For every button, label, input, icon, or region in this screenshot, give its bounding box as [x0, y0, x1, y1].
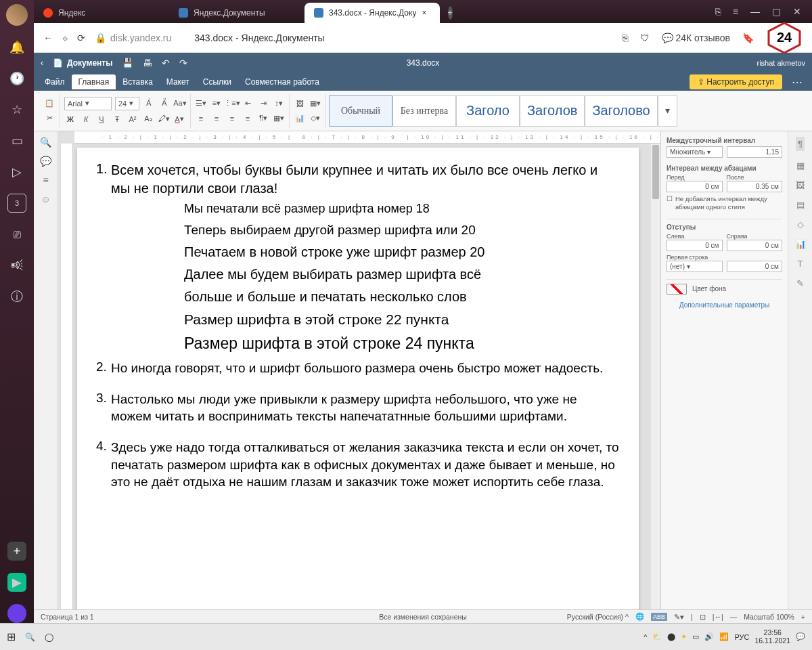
start-icon[interactable]: ⊞ — [7, 630, 16, 643]
clock[interactable]: 23:5616.11.2021 — [754, 629, 790, 645]
menu-links[interactable]: Ссылки — [196, 74, 238, 89]
menu-icon[interactable]: ≡ — [733, 6, 738, 17]
url-box[interactable]: 🔒 disk.yandex.ru — [95, 32, 171, 43]
star-icon[interactable]: ☆ — [7, 100, 26, 119]
outdent-icon[interactable]: ⇤ — [242, 98, 254, 110]
list-item[interactable]: 2.Но иногда говорят, что и шрифт большог… — [96, 360, 620, 377]
insert-img-icon[interactable]: 🖼 — [294, 98, 306, 110]
font-name-combo[interactable]: Arial ▾ — [64, 97, 112, 110]
doc-line[interactable]: Далее мы будем выбирать размер шрифта вс… — [184, 267, 620, 282]
copy-icon[interactable]: ⎘ — [623, 32, 628, 43]
spacing-type-select[interactable]: Множитель ▾ — [667, 146, 723, 158]
spacing-value-input[interactable]: 1.15 — [727, 146, 783, 158]
style-h3[interactable]: Заголово — [585, 95, 657, 127]
menu-insert[interactable]: Вставка — [116, 74, 160, 89]
page-count[interactable]: Страница 1 из 1 — [41, 613, 94, 621]
back-icon[interactable]: ‹ — [41, 58, 43, 68]
align-right-icon[interactable]: ≡ — [226, 112, 238, 125]
zoom-in[interactable]: + — [801, 613, 805, 621]
after-input[interactable]: 0.35 см — [727, 181, 783, 192]
doc-line[interactable]: Размер шрифта в этой строке 22 пункта — [184, 311, 620, 328]
wifi-icon[interactable]: 📶 — [719, 632, 729, 641]
style-normal[interactable]: Обычный — [329, 95, 392, 127]
username[interactable]: rishat akmetov — [757, 59, 805, 67]
advanced-link[interactable]: Дополнительные параметры — [667, 301, 782, 309]
width-icon[interactable]: |↔| — [713, 613, 723, 621]
pilcrow-icon[interactable]: ¶▾ — [257, 112, 269, 125]
track-icon[interactable]: ABB — [651, 613, 667, 621]
firstline-select[interactable]: (нет) ▾ — [667, 261, 723, 272]
share-button[interactable]: ⇪ Настроить доступ — [690, 74, 782, 89]
shrink-font-icon[interactable]: A̎ — [158, 98, 171, 110]
left-indent[interactable]: 0 см — [667, 240, 723, 251]
reviews-badge[interactable]: 💬 24К отзывов — [662, 32, 730, 43]
sub-icon[interactable]: A₂ — [142, 113, 154, 125]
italic-icon[interactable]: К — [80, 113, 92, 125]
play-icon[interactable]: ▷ — [7, 162, 26, 181]
reload-icon[interactable]: ⟳ — [77, 32, 85, 43]
style-h1[interactable]: Заголо — [456, 95, 520, 127]
lang-status[interactable]: Русский (Россия) ^ — [567, 613, 629, 621]
menu-layout[interactable]: Макет — [160, 74, 196, 89]
redo-icon[interactable]: ↷ — [179, 58, 187, 68]
horizontal-ruler[interactable]: · 1 · 2 · | · 1 · | · 2 · | · 3 · | · 4 … — [74, 131, 660, 144]
list-item[interactable]: 4.Здесь уже надо тогда отталкиваться от … — [96, 439, 620, 491]
app-brand[interactable]: 📄 Документы — [53, 58, 112, 68]
maximize-icon[interactable]: ▢ — [772, 6, 781, 17]
align-center-icon[interactable]: ≡ — [210, 112, 223, 125]
doc-line[interactable]: Печатаем в новой строке уже шрифт размер… — [184, 244, 620, 260]
shape-icon[interactable]: ◇▾ — [309, 112, 321, 125]
right-indent[interactable]: 0 см — [727, 240, 783, 251]
font-size-combo[interactable]: 24 ▾ — [115, 97, 139, 110]
bookmark-icon[interactable]: 🔖 — [742, 32, 754, 43]
undo-icon[interactable]: ↶ — [162, 58, 170, 68]
speaker-icon[interactable]: 🕬 — [7, 256, 26, 275]
table-icon[interactable]: ▦▾ — [309, 98, 321, 110]
linespace-icon[interactable]: ↕▾ — [273, 98, 285, 110]
zoom-label[interactable]: Масштаб 100% — [744, 613, 794, 621]
minimize-icon[interactable]: — — [750, 6, 760, 17]
list-item[interactable]: 3.Настолько мы люди уже привыкли к разме… — [96, 391, 620, 425]
style-nospace[interactable]: Без интерва — [392, 95, 456, 127]
shade-icon[interactable]: ▦▾ — [273, 112, 285, 125]
headings-icon[interactable]: ≡ — [43, 175, 48, 186]
search-icon[interactable]: 🔍 — [40, 137, 51, 148]
before-input[interactable]: 0 см — [667, 181, 723, 192]
shape-tool-icon[interactable]: ◇ — [797, 219, 804, 230]
clock-icon[interactable]: 🕐 — [7, 69, 26, 88]
numbers-icon[interactable]: ≡▾ — [210, 98, 223, 110]
bell-icon[interactable]: 🔔 — [7, 38, 26, 57]
multilevel-icon[interactable]: ⋮≡▾ — [226, 98, 238, 110]
strike-icon[interactable]: Ŧ — [111, 113, 123, 125]
hex-badge[interactable]: 24 — [766, 22, 803, 54]
doc-line[interactable]: Мы печатали всё размер шрифта номер 18 — [184, 202, 620, 216]
doc-line[interactable]: больше и больше и печатать несколько сло… — [184, 289, 620, 305]
panel-icon[interactable]: ⎘ — [715, 6, 721, 17]
close-icon[interactable]: ✕ — [793, 6, 801, 17]
keyboard-lang[interactable]: РУС — [734, 633, 749, 641]
tray-icon[interactable]: ⬤ — [667, 632, 675, 641]
vertical-ruler[interactable] — [61, 144, 73, 609]
no-space-checkbox[interactable]: ☐Не добавлять интервал между абзацами од… — [667, 195, 782, 212]
back-icon[interactable]: ← — [43, 32, 53, 43]
tray-icon[interactable]: ▭ — [692, 632, 699, 641]
spell-icon[interactable]: 🌐 — [635, 612, 644, 621]
bg-color-swatch[interactable] — [667, 284, 687, 295]
more-icon[interactable]: ⋯ — [786, 76, 808, 89]
shield-icon[interactable]: 🛡 — [640, 32, 650, 43]
up-icon[interactable]: ^ — [644, 633, 647, 641]
app1-icon[interactable]: ▶ — [7, 573, 26, 592]
tray-icon[interactable]: ✦ — [681, 632, 687, 641]
cast-icon[interactable]: ⎚ — [7, 225, 26, 244]
box-icon[interactable]: 3 — [7, 194, 26, 213]
highlight-icon[interactable]: 🖍▾ — [158, 113, 170, 125]
add-button[interactable]: + — [7, 542, 26, 561]
chart-icon[interactable]: 📊 — [294, 112, 306, 125]
print-icon[interactable]: 🖶 — [143, 58, 152, 68]
copy-icon[interactable]: 📋 — [43, 98, 55, 110]
search-taskbar-icon[interactable]: 🔍 — [25, 632, 35, 642]
table-tool-icon[interactable]: ▦ — [796, 160, 805, 171]
tab-active[interactable]: 343.docx - Яндекс.Доку × — [304, 3, 440, 23]
text-tool-icon[interactable]: Т — [798, 259, 803, 269]
volume-icon[interactable]: 🔊 — [704, 632, 714, 641]
